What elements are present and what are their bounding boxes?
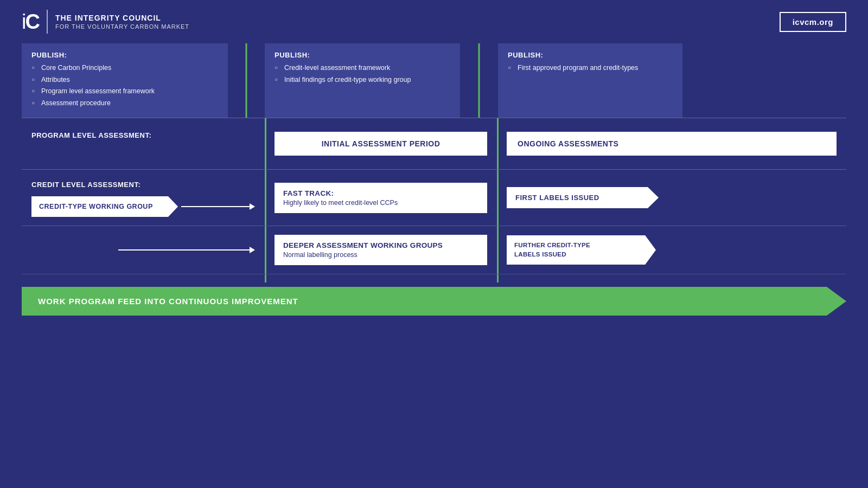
publish-title-3: PUBLISH:	[508, 51, 673, 59]
credit-col2-fasttrack: FAST TRACK: Highly likely to meet credit…	[265, 170, 497, 226]
deeper-col3: FURTHER CREDIT-TYPE LABELS ISSUED	[497, 226, 846, 274]
initial-assessment-box: INITIAL ASSESSMENT PERIOD	[275, 132, 487, 156]
publish-box-3: PUBLISH: First approved program and cred…	[498, 43, 682, 118]
publish-box-2: PUBLISH: Credit-level assessment framewo…	[265, 43, 460, 118]
further-labels-line2: LABELS ISSUED	[514, 250, 637, 259]
logo-c: C	[25, 10, 39, 33]
further-labels-box: FURTHER CREDIT-TYPE LABELS ISSUED	[507, 235, 656, 265]
logo-area: iC THE INTEGRITY COUNCIL FOR THE VOLUNTA…	[22, 10, 189, 34]
publish-list-2: Credit-level assessment framework Initia…	[275, 63, 450, 85]
logo-divider	[47, 10, 48, 34]
publish-list-1: Core Carbon Principles Attributes Progra…	[31, 63, 218, 108]
publish-title-1: PUBLISH:	[31, 51, 218, 59]
deeper-col1	[22, 226, 265, 274]
ongoing-assessments-box: ONGOING ASSESSMENTS	[507, 132, 837, 156]
org-name: THE INTEGRITY COUNCIL	[55, 13, 189, 23]
fast-track-box: FAST TRACK: Highly likely to meet credit…	[275, 183, 487, 213]
publish-box-1: PUBLISH: Core Carbon Principles Attribut…	[22, 43, 228, 118]
publish-item: Program level assessment framework	[31, 87, 218, 97]
gap-col1	[228, 43, 265, 118]
program-col2: INITIAL ASSESSMENT PERIOD	[265, 118, 497, 169]
credit-col1: CREDIT LEVEL ASSESSMENT: CREDIT-TYPE WOR…	[22, 170, 265, 226]
first-labels-box: FIRST LABELS ISSUED	[507, 187, 659, 208]
deeper-col2: DEEPER ASSESSMENT WORKING GROUPS Normal …	[265, 226, 497, 274]
publish-item: Core Carbon Principles	[31, 63, 218, 73]
deeper-assessment-row: DEEPER ASSESSMENT WORKING GROUPS Normal …	[22, 226, 846, 274]
deeper-assessment-box: DEEPER ASSESSMENT WORKING GROUPS Normal …	[275, 235, 487, 265]
fast-track-subtitle: Highly likely to meet credit-level CCPs	[283, 199, 478, 207]
further-labels-line1: FURTHER CREDIT-TYPE	[514, 241, 637, 250]
deeper-title: DEEPER ASSESSMENT WORKING GROUPS	[283, 241, 478, 249]
website-badge: icvcm.org	[780, 12, 846, 32]
program-level-row: PROGRAM LEVEL ASSESSMENT: INITIAL ASSESS…	[22, 118, 846, 169]
logo-ic: iC	[22, 11, 39, 32]
publish-item: Assessment procedure	[31, 99, 218, 108]
spacer	[682, 43, 846, 118]
credit-fast-track-row: CREDIT LEVEL ASSESSMENT: CREDIT-TYPE WOR…	[22, 169, 846, 226]
org-subtitle: FOR THE VOLUNTARY CARBON MARKET	[55, 23, 189, 30]
separator-bottom	[22, 274, 846, 282]
publish-list-3: First approved program and credit-types	[508, 63, 673, 73]
program-level-label: PROGRAM LEVEL ASSESSMENT:	[31, 129, 151, 139]
publish-title-2: PUBLISH:	[275, 51, 450, 59]
publish-item: Initial findings of credit-type working …	[275, 75, 450, 85]
credit-level-label: CREDIT LEVEL ASSESSMENT:	[31, 178, 255, 189]
gap-col2	[460, 43, 498, 118]
publish-item: First approved program and credit-types	[508, 63, 673, 73]
credit-col3-firstlabels: FIRST LABELS ISSUED	[497, 170, 846, 226]
publish-item: Attributes	[31, 75, 218, 85]
green-bar: WORK PROGRAM FEED INTO CONTINUOUS IMPROV…	[22, 287, 846, 316]
credit-type-wg-box: CREDIT-TYPE WORKING GROUP	[31, 196, 178, 217]
deeper-subtitle: Normal labelling process	[283, 251, 478, 259]
program-col1: PROGRAM LEVEL ASSESSMENT:	[22, 118, 265, 169]
header: iC THE INTEGRITY COUNCIL FOR THE VOLUNTA…	[0, 0, 868, 43]
program-col3: ONGOING ASSESSMENTS	[497, 118, 846, 169]
fast-track-title: FAST TRACK:	[283, 189, 478, 197]
logo-text: THE INTEGRITY COUNCIL FOR THE VOLUNTARY …	[55, 13, 189, 30]
green-bar-text: WORK PROGRAM FEED INTO CONTINUOUS IMPROV…	[38, 297, 298, 306]
publish-row: PUBLISH: Core Carbon Principles Attribut…	[22, 43, 846, 118]
publish-item: Credit-level assessment framework	[275, 63, 450, 73]
